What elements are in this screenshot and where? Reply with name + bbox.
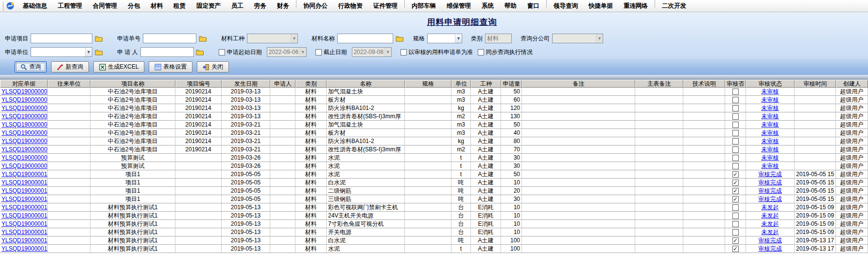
menu-item-租赁[interactable]: 租赁	[168, 0, 191, 12]
table-row[interactable]: YLSQD190000008预算测试2019-03-26材料水泥tA土建30未审…	[0, 154, 868, 162]
menu-item-行政物资[interactable]: 行政物资	[333, 0, 368, 12]
audited-checkbox[interactable]	[732, 130, 739, 136]
apply-unit-browse-folder-icon[interactable]	[94, 48, 104, 56]
column-header-project_no[interactable]: 项目编号	[175, 80, 222, 88]
audited-checkbox[interactable]	[732, 229, 739, 236]
table-row[interactable]: YLSQD190000007中石油2号油库项目201902142019-03-2…	[0, 121, 868, 129]
audit-status-link[interactable]: 未审核	[762, 154, 779, 162]
audited-checkbox[interactable]	[732, 113, 739, 120]
menu-item-分包[interactable]: 分包	[122, 0, 145, 12]
menu-item-系统[interactable]: 系统	[476, 0, 499, 12]
menu-item-帮助[interactable]: 帮助	[499, 0, 522, 12]
audit-status-link[interactable]: 未发起	[762, 220, 779, 228]
audited-checkbox[interactable]	[732, 163, 739, 169]
table-row[interactable]: YLSQD190000006中石油2号油库项目201902142019-03-1…	[0, 112, 868, 121]
document-link[interactable]: YLSQD190000014	[1, 220, 48, 227]
document-link[interactable]: YLSQD190000010	[1, 171, 48, 178]
audited-checkbox[interactable]	[732, 122, 739, 128]
column-header-audit_time[interactable]: 审核时间	[795, 80, 836, 88]
table-row[interactable]: YLSQD190000006中石油2号油库项目201902142019-03-1…	[0, 96, 868, 104]
spec-select[interactable]: ▼	[427, 34, 462, 43]
apply-unit-select[interactable]: ▼	[31, 47, 92, 57]
audited-checkbox[interactable]: ✓	[732, 246, 739, 252]
audit-status-link[interactable]: 未审核	[762, 96, 779, 104]
table-row[interactable]: YLSQD190000010项目12019-05-05材料二级钢筋吨A土建20✓…	[0, 187, 868, 195]
document-link[interactable]: YLSQD190000007	[1, 129, 48, 136]
document-link[interactable]: YLSQD190000006	[1, 113, 48, 120]
audited-checkbox[interactable]	[732, 138, 739, 145]
audit-status-link[interactable]: 审核完成	[759, 236, 782, 245]
column-header-qty[interactable]: 申请量	[501, 80, 522, 88]
audited-only-checkbox[interactable]	[400, 49, 407, 55]
audited-checkbox[interactable]: ✓	[732, 196, 739, 202]
column-header-creator[interactable]: 创建人	[836, 80, 868, 88]
audit-status-link[interactable]: 审核完成	[759, 195, 782, 203]
apply-no-browse-folder-icon[interactable]	[198, 34, 208, 43]
menu-item-劳务[interactable]: 劳务	[249, 0, 272, 12]
menu-item-内部车辆[interactable]: 内部车辆	[406, 0, 441, 12]
menu-item-基础信息[interactable]: 基础信息	[17, 0, 52, 12]
menu-item-重连网络[interactable]: 重连网络	[618, 0, 653, 12]
menu-item-领导查询[interactable]: 领导查询	[548, 0, 583, 12]
menu-item-快捷单据[interactable]: 快捷单据	[583, 0, 618, 12]
start-date-checkbox[interactable]	[219, 49, 225, 55]
table-row[interactable]: YLSQD190000015材料预算执行测试12019-05-13材料白水泥吨A…	[0, 236, 868, 245]
menu-item-工程管理[interactable]: 工程管理	[52, 0, 87, 12]
table-row[interactable]: YLSQD190000014材料预算执行测试12019-05-13材料彩色可视联…	[0, 203, 868, 212]
audit-status-link[interactable]: 未审核	[762, 137, 779, 145]
audit-status-link[interactable]: 审核完成	[759, 179, 782, 187]
audited-checkbox[interactable]	[732, 204, 739, 211]
audited-checkbox[interactable]	[732, 221, 739, 227]
table-row[interactable]: YLSQD190000009预算测试2019-03-26材料水泥tA土建30未审…	[0, 162, 868, 170]
table-row[interactable]: YLSQD190000006中石油2号油库项目201902142019-03-1…	[0, 88, 868, 96]
menu-item-固定资产[interactable]: 固定资产	[191, 0, 226, 12]
table-row[interactable]: YLSQD190000010项目12019-05-05材料三级钢筋吨A土建30✓…	[0, 195, 868, 203]
table-row[interactable]: YLSQD190000007中石油2号油库项目201902142019-03-2…	[0, 137, 868, 145]
generate-excel-button[interactable]: 生成EXCEL	[93, 61, 144, 73]
document-link[interactable]: YLSQD190000010	[1, 196, 48, 202]
table-settings-button[interactable]: 表格设置	[149, 61, 192, 73]
menu-item-窗口[interactable]: 窗口	[522, 0, 545, 12]
menu-item-维保管理[interactable]: 维保管理	[441, 0, 476, 12]
audited-checkbox[interactable]	[732, 97, 739, 103]
document-link[interactable]: YLSQD190000014	[1, 229, 48, 236]
audited-checkbox[interactable]: ✓	[732, 171, 739, 178]
document-link[interactable]: YLSQD190000007	[1, 121, 48, 128]
audited-checkbox[interactable]	[732, 155, 739, 161]
column-header-tech_note[interactable]: 技术说明	[683, 80, 725, 88]
column-header-date[interactable]: 发生日期	[222, 80, 270, 88]
column-header-remark[interactable]: 备注	[522, 80, 635, 88]
audit-status-link[interactable]: 审核完成	[759, 170, 782, 179]
column-header-category[interactable]: 类别	[295, 80, 327, 88]
column-header-applicant[interactable]: 申请人	[270, 80, 295, 88]
column-header-checked[interactable]: 审核否	[725, 80, 746, 88]
table-row[interactable]: YLSQD190000010项目12019-05-05材料水泥tA土建50✓审核…	[0, 170, 868, 179]
table-row[interactable]: YLSQD190000014材料预算执行测试12019-05-13材料开关电源台…	[0, 228, 868, 236]
document-link[interactable]: YLSQD190000006	[1, 96, 48, 103]
document-link[interactable]: YLSQD190000006	[1, 105, 48, 111]
audit-status-link[interactable]: 未审核	[762, 121, 779, 129]
document-link[interactable]: YLSQD190000010	[1, 187, 48, 194]
audited-checkbox[interactable]: ✓	[732, 237, 739, 244]
end-date-checkbox[interactable]	[315, 49, 322, 55]
menu-item-证件管理[interactable]: 证件管理	[368, 0, 403, 12]
column-header-doc[interactable]: 对应单据	[0, 80, 48, 88]
audit-status-link[interactable]: 未发起	[762, 203, 779, 212]
audited-checkbox[interactable]	[732, 146, 739, 153]
column-header-unit[interactable]: 单位	[451, 80, 471, 88]
document-link[interactable]: YLSQD190000006	[1, 88, 48, 95]
column-header-status[interactable]: 审核状态	[746, 80, 795, 88]
audited-checkbox[interactable]	[732, 89, 739, 95]
column-header-partner[interactable]: 往来单位	[48, 80, 90, 88]
document-link[interactable]: YLSQD190000015	[1, 237, 48, 244]
column-header-project[interactable]: 项目名称	[90, 80, 175, 88]
document-link[interactable]: YLSQD190000008	[1, 154, 48, 161]
sync-exec-checkbox[interactable]	[478, 49, 484, 55]
document-link[interactable]: YLSQD190000014	[1, 204, 48, 211]
audit-status-link[interactable]: 未审核	[762, 88, 779, 96]
applicant-browse-folder-icon[interactable]	[195, 48, 205, 56]
query-button[interactable]: 查询	[15, 61, 47, 73]
audit-status-link[interactable]: 未审核	[762, 162, 779, 170]
close-button[interactable]: 关闭	[197, 61, 229, 73]
table-row[interactable]: YLSQD190000014材料预算执行测试12019-05-13材料7寸彩色免…	[0, 220, 868, 228]
